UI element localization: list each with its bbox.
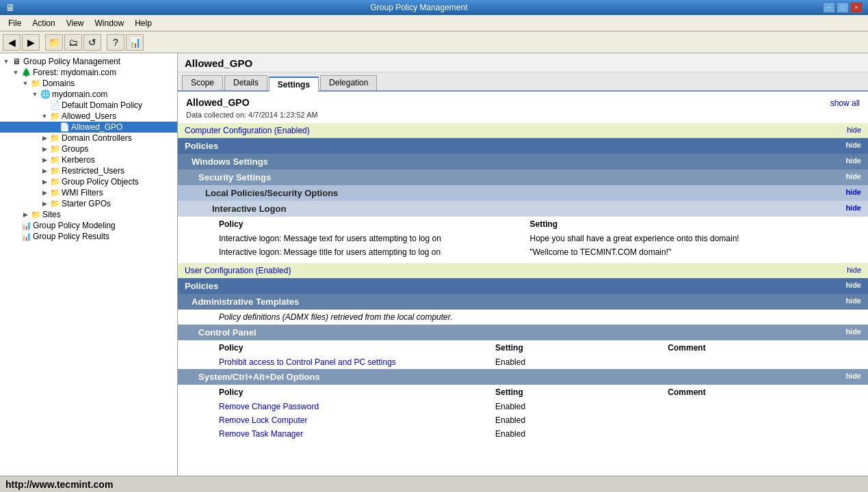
computer-config-section: Computer Configuration (Enabled) hide bbox=[178, 123, 868, 138]
show-all-link[interactable]: show all bbox=[830, 98, 860, 108]
ctrlaltdel-table: Policy Setting Comment Remove Change Pas… bbox=[178, 385, 868, 441]
toggle-sites[interactable]: ▶ bbox=[21, 211, 30, 218]
sidebar-item-allowedusers[interactable]: ▼ 📁 Allowed_Users bbox=[0, 111, 177, 122]
table-row: Prohibit access to Control Panel and PC … bbox=[178, 355, 868, 369]
col-setting-1: Setting bbox=[523, 217, 869, 232]
toggle-domaincontrollers[interactable]: ▶ bbox=[40, 135, 49, 141]
cad-setting-1: Enabled bbox=[488, 400, 661, 413]
ctrlaltdel-hide[interactable]: hide bbox=[845, 372, 861, 382]
sidebar-item-sites[interactable]: ▶ 📁 Sites bbox=[0, 209, 177, 220]
ctrlaltdel-label: System/Ctrl+Alt+Del Options bbox=[198, 372, 320, 382]
icon-gpomodeling: 📊 bbox=[21, 221, 31, 230]
computer-policies-hide[interactable]: hide bbox=[845, 141, 861, 151]
icon-gporesults: 📊 bbox=[21, 232, 31, 241]
tab-scope[interactable]: Scope bbox=[182, 75, 223, 90]
security-settings-label: Security Settings bbox=[198, 172, 271, 182]
tab-details[interactable]: Details bbox=[224, 75, 267, 90]
label-groups: Groups bbox=[62, 144, 88, 154]
computer-config-link[interactable]: Computer Configuration (Enabled) bbox=[185, 126, 310, 135]
user-config-link[interactable]: User Configuration (Enabled) bbox=[185, 266, 291, 275]
label-kerberos: Kerberos bbox=[62, 155, 95, 165]
content-panel: Allowed_GPO Scope Details Settings Deleg… bbox=[178, 53, 868, 476]
interactive-logon-label: Interactive Logon bbox=[212, 204, 286, 214]
cad-policy-3[interactable]: Remove Task Manager bbox=[178, 427, 488, 441]
icon-root: 🖥 bbox=[11, 57, 22, 66]
minimize-button[interactable]: − bbox=[823, 2, 835, 13]
forward-button[interactable]: ▶ bbox=[22, 34, 40, 51]
toggle-wmifilters[interactable]: ▶ bbox=[40, 189, 49, 196]
menu-file[interactable]: File bbox=[3, 15, 27, 31]
icon-wmifilters: 📁 bbox=[49, 188, 60, 197]
cp-setting-1: Enabled bbox=[488, 355, 661, 369]
interactive-logon-hide[interactable]: hide bbox=[845, 204, 861, 214]
sidebar-item-mydomain[interactable]: ▼ 🌐 mydomain.com bbox=[0, 89, 177, 100]
title-bar: 🖥 Group Policy Management − □ × bbox=[0, 0, 868, 15]
user-config-hide[interactable]: hide bbox=[847, 266, 861, 275]
sidebar-item-kerberos[interactable]: ▶ 📁 Kerberos bbox=[0, 154, 177, 165]
up-button[interactable]: 📁 bbox=[45, 34, 63, 51]
admin-templates-hide[interactable]: hide bbox=[845, 297, 861, 307]
col-comment-cp: Comment bbox=[661, 340, 868, 355]
menu-window[interactable]: Window bbox=[90, 15, 130, 31]
sidebar-item-startergpos[interactable]: ▶ 📁 Starter GPOs bbox=[0, 198, 177, 209]
sidebar-item-forest[interactable]: ▼ 🌲 Forest: mydomain.com bbox=[0, 67, 177, 78]
icon-restrictedusers: 📁 bbox=[49, 166, 60, 176]
toggle-mydomain[interactable]: ▼ bbox=[30, 91, 40, 98]
toggle-restrictedusers[interactable]: ▶ bbox=[40, 167, 49, 174]
sidebar-item-restrictedusers[interactable]: ▶ 📁 Restricted_Users bbox=[0, 165, 177, 176]
sidebar-item-root[interactable]: ▼ 🖥 Group Policy Management bbox=[0, 56, 177, 67]
status-bar: http://www.tecmint.com bbox=[0, 476, 868, 492]
menu-view[interactable]: View bbox=[61, 15, 90, 31]
toggle-forest[interactable]: ▼ bbox=[11, 69, 21, 76]
help-button[interactable]: ? bbox=[107, 34, 124, 51]
user-policies-hide[interactable]: hide bbox=[845, 281, 861, 291]
admin-templates-header: Administrative Templates hide bbox=[178, 294, 868, 310]
toggle-allowedusers[interactable]: ▼ bbox=[40, 113, 49, 120]
sidebar: ▼ 🖥 Group Policy Management ▼ 🌲 Forest: … bbox=[0, 53, 178, 476]
back-button[interactable]: ◀ bbox=[3, 34, 21, 51]
sidebar-item-allowedgpo[interactable]: 📄 Allowed_GPO bbox=[0, 122, 177, 133]
sidebar-item-gpomodeling[interactable]: 📊 Group Policy Modeling bbox=[0, 220, 177, 231]
label-domaincontrollers: Domain Controllers bbox=[62, 133, 132, 143]
local-policies-header: Local Policies/Security Options hide bbox=[178, 185, 868, 201]
menu-help[interactable]: Help bbox=[129, 15, 157, 31]
windows-settings-hide[interactable]: hide bbox=[845, 156, 861, 167]
toggle-groups[interactable]: ▶ bbox=[40, 146, 49, 152]
toggle-startergpos[interactable]: ▶ bbox=[40, 200, 49, 207]
icon-groups: 📁 bbox=[49, 144, 60, 154]
show-hide-button[interactable]: 🗂 bbox=[64, 34, 82, 51]
toggle-root[interactable]: ▼ bbox=[1, 58, 11, 65]
local-policies-hide[interactable]: hide bbox=[845, 188, 861, 198]
menu-action[interactable]: Action bbox=[27, 15, 60, 31]
label-wmifilters: WMI Filters bbox=[62, 188, 103, 197]
sidebar-item-domains[interactable]: ▼ 📁 Domains bbox=[0, 78, 177, 89]
tab-settings[interactable]: Settings bbox=[269, 77, 319, 92]
sidebar-item-wmifilters[interactable]: ▶ 📁 WMI Filters bbox=[0, 187, 177, 198]
sidebar-item-groups[interactable]: ▶ 📁 Groups bbox=[0, 144, 177, 154]
title-bar-controls: − □ × bbox=[823, 2, 863, 13]
sidebar-item-gpobjects[interactable]: ▶ 📁 Group Policy Objects bbox=[0, 176, 177, 187]
toggle-domains[interactable]: ▼ bbox=[21, 80, 30, 87]
refresh-button[interactable]: ↺ bbox=[83, 34, 101, 51]
cad-policy-1[interactable]: Remove Change Password bbox=[178, 400, 488, 413]
restore-button[interactable]: □ bbox=[837, 2, 849, 13]
security-settings-hide[interactable]: hide bbox=[845, 172, 861, 182]
close-button[interactable]: × bbox=[850, 2, 863, 13]
toggle-gpobjects[interactable]: ▶ bbox=[40, 178, 49, 185]
label-gpomodeling: Group Policy Modeling bbox=[33, 221, 116, 230]
report-button[interactable]: 📊 bbox=[126, 34, 144, 51]
tab-delegation[interactable]: Delegation bbox=[320, 75, 377, 90]
icon-forest: 🌲 bbox=[21, 68, 31, 77]
sidebar-item-defaultpolicy[interactable]: 📄 Default Domain Policy bbox=[0, 100, 177, 111]
computer-config-hide[interactable]: hide bbox=[847, 126, 861, 135]
label-gporesults: Group Policy Results bbox=[33, 232, 109, 241]
cp-policy-1[interactable]: Prohibit access to Control Panel and PC … bbox=[178, 355, 488, 369]
cad-policy-2[interactable]: Remove Lock Computer bbox=[178, 413, 488, 427]
sidebar-item-gporesults[interactable]: 📊 Group Policy Results bbox=[0, 231, 177, 242]
toggle-kerberos[interactable]: ▶ bbox=[40, 156, 49, 163]
col-setting-cad: Setting bbox=[488, 385, 661, 400]
control-panel-hide[interactable]: hide bbox=[845, 327, 861, 338]
sidebar-item-domaincontrollers[interactable]: ▶ 📁 Domain Controllers bbox=[0, 133, 177, 144]
icon-allowedusers: 📁 bbox=[49, 111, 60, 121]
icon-mydomain: 🌐 bbox=[40, 90, 51, 99]
